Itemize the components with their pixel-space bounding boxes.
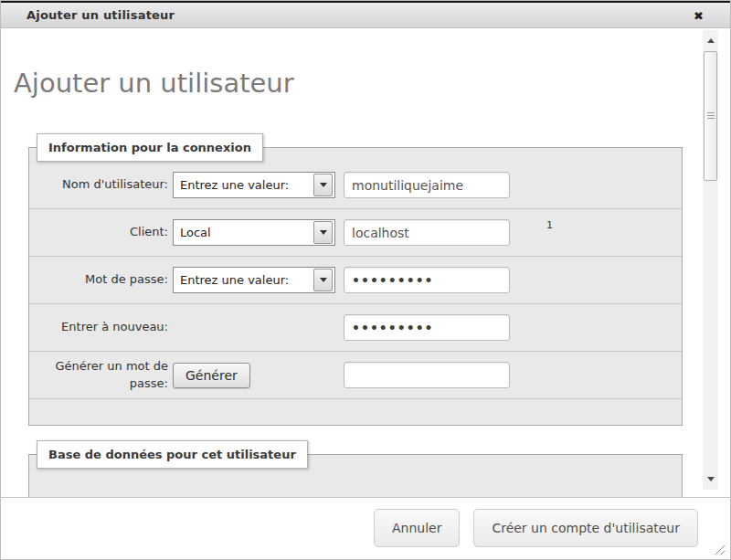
chevron-down-icon[interactable]: [313, 174, 333, 196]
dialog-title: Ajouter un utilisateur: [1, 8, 175, 22]
add-user-dialog: Ajouter un utilisateur ✖ Ajouter un util…: [0, 0, 731, 560]
password-input[interactable]: [344, 267, 510, 293]
username-label: Nom d'utilisateur:: [38, 176, 168, 194]
scrollbar-thumb[interactable]: [704, 51, 717, 181]
resize-grip-icon[interactable]: [713, 543, 725, 555]
username-input[interactable]: [344, 172, 510, 198]
generate-password-button[interactable]: Générer: [173, 363, 250, 388]
host-row: Client: Local 1: [29, 209, 682, 257]
scrollbar-grip-icon: [707, 112, 715, 120]
password-row: Mot de passe: Entrez une valeur:: [29, 257, 682, 304]
page-title: Ajouter un utilisateur: [14, 68, 730, 99]
retype-password-row: Entrer à nouveau:: [29, 304, 682, 352]
chevron-down-icon[interactable]: [313, 269, 333, 291]
generate-password-row: Générer un mot de passe: Générer: [29, 352, 682, 399]
host-label: Client:: [38, 224, 168, 241]
host-type-select[interactable]: Local: [173, 219, 335, 246]
password-label: Mot de passe:: [38, 271, 168, 289]
retype-password-input[interactable]: [344, 314, 510, 341]
database-fieldset-legend: Base de données pour cet utilisateur: [37, 440, 308, 469]
login-information-fieldset: Information pour la connexion Nom d'util…: [28, 147, 683, 426]
cancel-button[interactable]: Annuler: [374, 509, 460, 547]
scroll-up-icon[interactable]: [707, 38, 715, 43]
login-fieldset-legend: Information pour la connexion: [37, 133, 263, 162]
host-select-cell: Local: [173, 219, 335, 246]
password-type-select[interactable]: Entrez une valeur:: [173, 267, 335, 293]
host-input[interactable]: [344, 219, 510, 246]
create-user-button[interactable]: Créer un compte d'utilisateur: [473, 509, 698, 547]
dialog-titlebar: Ajouter un utilisateur ✖: [1, 1, 730, 28]
host-select-value: Local: [174, 226, 211, 239]
host-footnote-marker: 1: [546, 219, 553, 231]
dialog-content: Ajouter un utilisateur Information pour …: [1, 28, 730, 497]
username-row: Nom d'utilisateur: Entrez une valeur:: [29, 162, 682, 209]
dialog-footer: Annuler Créer un compte d'utilisateur: [1, 497, 730, 558]
generate-password-label: Générer un mot de passe:: [38, 358, 168, 393]
username-type-select[interactable]: Entrez une valeur:: [173, 172, 335, 198]
username-select-value: Entrez une valeur:: [174, 178, 289, 192]
chevron-down-icon[interactable]: [313, 221, 333, 244]
database-fieldset: Base de données pour cet utilisateur: [28, 454, 683, 497]
password-select-cell: Entrez une valeur:: [173, 267, 335, 293]
username-select-cell: Entrez une valeur:: [173, 172, 335, 198]
close-icon[interactable]: ✖: [694, 9, 704, 21]
scroll-down-icon[interactable]: [707, 477, 715, 481]
generated-password-input[interactable]: [344, 362, 510, 388]
password-select-value: Entrez une valeur:: [174, 273, 289, 287]
login-fieldset-rows: Nom d'utilisateur: Entrez une valeur: Cl…: [29, 148, 682, 425]
vertical-scrollbar: [703, 30, 718, 490]
generate-button-cell: Générer: [173, 363, 335, 388]
retype-password-label: Entrer à nouveau:: [38, 319, 168, 336]
